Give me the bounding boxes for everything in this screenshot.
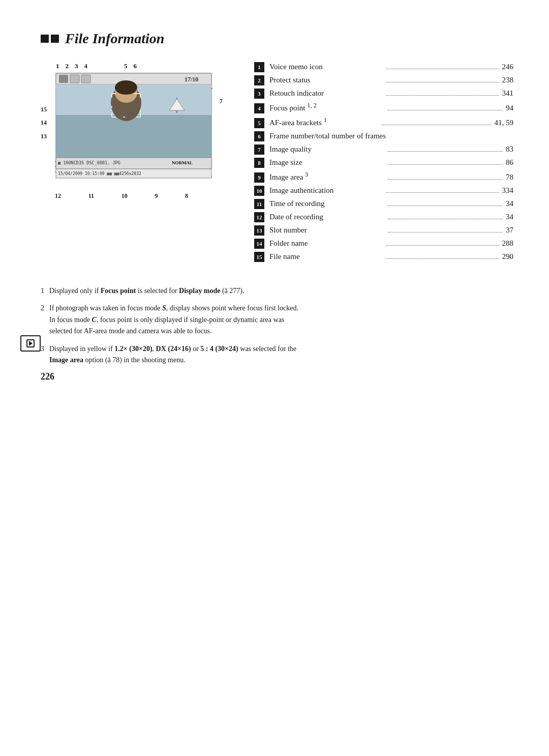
list-item: 7 Image quality 83 bbox=[254, 144, 513, 155]
badge-9: 9 bbox=[254, 172, 264, 183]
badge-1: 1 bbox=[254, 62, 264, 72]
page-12: 34 bbox=[506, 213, 513, 221]
note-3: 3 Displayed in yellow if 1.2× (30×20), D… bbox=[41, 343, 513, 366]
note-number-2: 2 bbox=[41, 303, 44, 314]
nav-icon-inner bbox=[26, 339, 35, 347]
diag-num-9: 9 bbox=[155, 192, 158, 200]
diag-num-14: 14 bbox=[41, 116, 47, 129]
badge-3: 3 bbox=[254, 89, 264, 99]
list-item: 14 Folder name 288 bbox=[254, 239, 513, 249]
item-text-10: Image authentication bbox=[269, 186, 383, 195]
badge-4: 4 bbox=[254, 103, 264, 113]
item-text-6: Frame number/total number of frames bbox=[269, 132, 513, 140]
item-text-3: Retouch indicator bbox=[269, 89, 383, 98]
diag-num-1: 1 bbox=[56, 62, 59, 70]
svg-text:15/04/2009  10:15:00  ▩▩  ▩▩42: 15/04/2009 10:15:00 ▩▩ ▩▩4256x2832 bbox=[58, 171, 141, 176]
diag-num-7: 7 bbox=[220, 98, 223, 105]
list-item: 6 Frame number/total number of frames bbox=[254, 131, 513, 141]
dots-14 bbox=[386, 245, 499, 246]
page-14: 288 bbox=[502, 239, 514, 248]
info-list: 1 Voice memo icon 246 2 Protect status 2… bbox=[254, 62, 513, 262]
page-7: 83 bbox=[506, 145, 513, 154]
note-2: 2 If photograph was taken in focus mode … bbox=[41, 303, 513, 337]
item-text-9: Image area 3 bbox=[269, 171, 385, 182]
svg-rect-4 bbox=[81, 75, 90, 83]
list-item: 3 Retouch indicator 341 bbox=[254, 89, 513, 99]
title-decoration bbox=[41, 35, 59, 43]
diagram-bottom-numbers: 12 11 10 9 8 bbox=[41, 192, 198, 200]
page-11: 34 bbox=[506, 199, 513, 208]
list-item: 4 Focus point 1, 2 94 bbox=[254, 102, 513, 113]
diag-num-10: 10 bbox=[121, 192, 128, 200]
dots-2 bbox=[386, 82, 499, 82]
notes-section: 1 Displayed only if Focus point is selec… bbox=[41, 285, 513, 366]
badge-11: 11 bbox=[254, 199, 264, 209]
note-1: 1 Displayed only if Focus point is selec… bbox=[41, 285, 513, 297]
badge-12: 12 bbox=[254, 212, 264, 222]
item-text-14: Folder name bbox=[269, 239, 383, 248]
content-area: 1 2 3 4 5 6 15 14 13 bbox=[41, 62, 513, 265]
page-9: 78 bbox=[506, 173, 513, 182]
nav-icon[interactable] bbox=[20, 335, 41, 352]
page-title: File Information bbox=[41, 31, 513, 47]
dots-10 bbox=[386, 192, 499, 193]
diag-num-3: 3 bbox=[75, 62, 78, 70]
dots-13 bbox=[388, 232, 503, 232]
diag-num-8: 8 bbox=[185, 192, 188, 200]
list-item: 8 Image size 86 bbox=[254, 158, 513, 168]
dots-12 bbox=[388, 219, 503, 219]
diag-num-6: 6 bbox=[134, 62, 137, 70]
svg-rect-8 bbox=[56, 115, 211, 158]
badge-7: 7 bbox=[254, 144, 264, 155]
diag-num-12: 12 bbox=[55, 192, 61, 200]
diag-num-13: 13 bbox=[41, 130, 47, 143]
list-item: 12 Date of recording 34 bbox=[254, 212, 513, 222]
dots-9 bbox=[388, 179, 503, 180]
item-text-12: Date of recording bbox=[269, 213, 385, 221]
badge-15: 15 bbox=[254, 252, 264, 262]
dots-5 bbox=[382, 125, 491, 125]
diag-num-4: 4 bbox=[84, 62, 88, 70]
note-text-2: If photograph was taken in focus mode S,… bbox=[49, 303, 298, 337]
info-list-section: 1 Voice memo icon 246 2 Protect status 2… bbox=[254, 62, 513, 265]
page-2: 238 bbox=[502, 76, 514, 84]
list-item: 11 Time of recording 34 bbox=[254, 199, 513, 209]
dots-15 bbox=[386, 258, 499, 259]
note-text-3: Displayed in yellow if 1.2× (30×20), DX … bbox=[49, 343, 296, 366]
item-text-13: Slot number bbox=[269, 226, 385, 235]
page-15: 290 bbox=[502, 252, 514, 261]
note-number-3: 3 bbox=[41, 343, 44, 355]
badge-10: 10 bbox=[254, 186, 264, 196]
diag-num-15: 15 bbox=[41, 103, 47, 116]
title-square-1 bbox=[41, 35, 49, 43]
note-text-1: Displayed only if Focus point is selecte… bbox=[49, 285, 244, 297]
title-square-2 bbox=[51, 35, 59, 43]
badge-2: 2 bbox=[254, 75, 264, 85]
list-item: 5 AF-area brackets 1 41, 59 bbox=[254, 117, 513, 128]
play-triangle-icon bbox=[29, 341, 33, 346]
page-number: 226 bbox=[41, 371, 54, 382]
page-1: 246 bbox=[502, 63, 514, 71]
item-text-2: Protect status bbox=[269, 76, 383, 84]
item-text-11: Time of recording bbox=[269, 199, 385, 208]
page-4: 94 bbox=[506, 104, 513, 112]
dots-4 bbox=[388, 110, 503, 110]
badge-13: 13 bbox=[254, 225, 264, 236]
svg-text:17/10: 17/10 bbox=[185, 76, 198, 83]
badge-14: 14 bbox=[254, 239, 264, 249]
svg-text:NORMAL: NORMAL bbox=[172, 160, 193, 165]
dots-7 bbox=[388, 151, 503, 152]
title-text: File Information bbox=[65, 31, 164, 47]
diag-num-5: 5 bbox=[124, 62, 128, 70]
page-10: 334 bbox=[502, 186, 514, 195]
item-text-5: AF-area brackets 1 bbox=[269, 117, 379, 127]
diagram-top-numbers: 1 2 3 4 5 6 bbox=[41, 62, 234, 70]
svg-point-13 bbox=[115, 80, 137, 95]
list-item: 10 Image authentication 334 bbox=[254, 186, 513, 196]
list-item: 1 Voice memo icon 246 bbox=[254, 62, 513, 72]
svg-text:▩ 100NCD3S  DSC_0001. JPG: ▩ 100NCD3S DSC_0001. JPG bbox=[58, 160, 120, 165]
dots-3 bbox=[386, 95, 499, 96]
diag-num-2: 2 bbox=[66, 62, 69, 70]
svg-rect-3 bbox=[70, 75, 79, 83]
page: File Information 1 2 3 4 5 6 15 14 13 bbox=[0, 0, 549, 402]
